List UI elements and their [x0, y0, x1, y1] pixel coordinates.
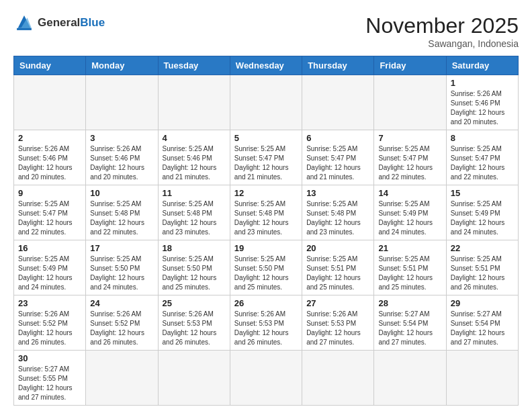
- day-number: 28: [378, 298, 441, 308]
- calendar-cell: 19Sunrise: 5:25 AM Sunset: 5:50 PM Dayli…: [230, 240, 302, 295]
- day-info: Sunrise: 5:26 AM Sunset: 5:53 PM Dayligh…: [163, 310, 226, 347]
- day-number: 12: [234, 188, 298, 198]
- calendar-cell: 10Sunrise: 5:25 AM Sunset: 5:48 PM Dayli…: [86, 185, 158, 240]
- day-number: 24: [90, 298, 153, 308]
- calendar-cell: 14Sunrise: 5:25 AM Sunset: 5:49 PM Dayli…: [374, 185, 446, 240]
- calendar-week-1: 1Sunrise: 5:26 AM Sunset: 5:46 PM Daylig…: [14, 75, 519, 130]
- day-number: 29: [451, 298, 514, 308]
- calendar-cell: 15Sunrise: 5:25 AM Sunset: 5:49 PM Dayli…: [446, 185, 518, 240]
- day-info: Sunrise: 5:25 AM Sunset: 5:47 PM Dayligh…: [378, 144, 441, 182]
- calendar-cell: [158, 75, 230, 130]
- day-info: Sunrise: 5:27 AM Sunset: 5:54 PM Dayligh…: [378, 310, 441, 347]
- day-info: Sunrise: 5:25 AM Sunset: 5:48 PM Dayligh…: [90, 199, 153, 237]
- calendar-week-5: 23Sunrise: 5:26 AM Sunset: 5:52 PM Dayli…: [14, 295, 519, 351]
- day-info: Sunrise: 5:25 AM Sunset: 5:49 PM Dayligh…: [451, 199, 514, 237]
- day-info: Sunrise: 5:25 AM Sunset: 5:50 PM Dayligh…: [234, 255, 298, 292]
- logo: GeneralBlue: [13, 13, 105, 32]
- calendar-week-2: 2Sunrise: 5:26 AM Sunset: 5:46 PM Daylig…: [14, 130, 519, 185]
- weekday-header-monday: Monday: [86, 56, 158, 75]
- calendar-week-6: 30Sunrise: 5:27 AM Sunset: 5:55 PM Dayli…: [14, 351, 519, 406]
- day-number: 2: [18, 133, 81, 143]
- calendar-cell: 22Sunrise: 5:25 AM Sunset: 5:51 PM Dayli…: [446, 240, 518, 295]
- day-number: 19: [234, 243, 298, 253]
- day-info: Sunrise: 5:26 AM Sunset: 5:53 PM Dayligh…: [234, 310, 298, 347]
- calendar-cell: [230, 351, 302, 406]
- weekday-header-tuesday: Tuesday: [158, 56, 230, 75]
- day-info: Sunrise: 5:25 AM Sunset: 5:51 PM Dayligh…: [306, 255, 369, 292]
- day-number: 17: [90, 243, 153, 253]
- day-number: 6: [306, 133, 369, 143]
- day-number: 13: [306, 188, 369, 198]
- day-info: Sunrise: 5:25 AM Sunset: 5:48 PM Dayligh…: [306, 199, 369, 237]
- calendar-cell: 29Sunrise: 5:27 AM Sunset: 5:54 PM Dayli…: [446, 295, 518, 351]
- day-info: Sunrise: 5:25 AM Sunset: 5:50 PM Dayligh…: [163, 255, 226, 292]
- day-number: 14: [378, 188, 441, 198]
- day-info: Sunrise: 5:25 AM Sunset: 5:47 PM Dayligh…: [18, 199, 81, 237]
- logo-icon: [13, 13, 35, 32]
- calendar-cell: 3Sunrise: 5:26 AM Sunset: 5:46 PM Daylig…: [86, 130, 158, 185]
- calendar-cell: [158, 351, 230, 406]
- day-info: Sunrise: 5:25 AM Sunset: 5:49 PM Dayligh…: [18, 255, 81, 292]
- weekday-header-thursday: Thursday: [302, 56, 374, 75]
- day-number: 7: [378, 133, 441, 143]
- calendar-cell: 6Sunrise: 5:25 AM Sunset: 5:47 PM Daylig…: [302, 130, 374, 185]
- calendar-cell: 26Sunrise: 5:26 AM Sunset: 5:53 PM Dayli…: [230, 295, 302, 351]
- day-info: Sunrise: 5:25 AM Sunset: 5:48 PM Dayligh…: [163, 199, 226, 237]
- location: Sawangan, Indonesia: [365, 38, 519, 49]
- calendar-cell: 30Sunrise: 5:27 AM Sunset: 5:55 PM Dayli…: [14, 351, 86, 406]
- calendar-cell: 20Sunrise: 5:25 AM Sunset: 5:51 PM Dayli…: [302, 240, 374, 295]
- day-number: 22: [451, 243, 514, 253]
- day-number: 11: [163, 188, 226, 198]
- calendar-cell: 13Sunrise: 5:25 AM Sunset: 5:48 PM Dayli…: [302, 185, 374, 240]
- calendar-cell: [14, 75, 86, 130]
- day-number: 23: [18, 298, 81, 308]
- day-number: 15: [451, 188, 514, 198]
- calendar-cell: [86, 75, 158, 130]
- day-info: Sunrise: 5:27 AM Sunset: 5:55 PM Dayligh…: [18, 365, 81, 402]
- calendar-cell: 28Sunrise: 5:27 AM Sunset: 5:54 PM Dayli…: [374, 295, 446, 351]
- calendar-week-3: 9Sunrise: 5:25 AM Sunset: 5:47 PM Daylig…: [14, 185, 519, 240]
- title-block: November 2025 Sawangan, Indonesia: [365, 13, 519, 49]
- calendar-table: SundayMondayTuesdayWednesdayThursdayFrid…: [13, 56, 519, 406]
- logo-text: GeneralBlue: [38, 16, 105, 30]
- day-info: Sunrise: 5:25 AM Sunset: 5:51 PM Dayligh…: [451, 255, 514, 292]
- calendar-cell: 24Sunrise: 5:26 AM Sunset: 5:52 PM Dayli…: [86, 295, 158, 351]
- day-number: 4: [163, 133, 226, 143]
- day-number: 21: [378, 243, 441, 253]
- calendar-cell: 12Sunrise: 5:25 AM Sunset: 5:48 PM Dayli…: [230, 185, 302, 240]
- day-info: Sunrise: 5:25 AM Sunset: 5:47 PM Dayligh…: [451, 144, 514, 182]
- page-header: GeneralBlue November 2025 Sawangan, Indo…: [13, 13, 519, 49]
- calendar-header: SundayMondayTuesdayWednesdayThursdayFrid…: [14, 56, 519, 75]
- day-info: Sunrise: 5:26 AM Sunset: 5:53 PM Dayligh…: [306, 310, 369, 347]
- calendar-cell: 1Sunrise: 5:26 AM Sunset: 5:46 PM Daylig…: [446, 75, 518, 130]
- day-info: Sunrise: 5:26 AM Sunset: 5:46 PM Dayligh…: [451, 89, 514, 127]
- calendar-cell: [374, 351, 446, 406]
- day-info: Sunrise: 5:25 AM Sunset: 5:49 PM Dayligh…: [378, 199, 441, 237]
- day-info: Sunrise: 5:25 AM Sunset: 5:46 PM Dayligh…: [163, 144, 226, 182]
- day-info: Sunrise: 5:25 AM Sunset: 5:47 PM Dayligh…: [234, 144, 298, 182]
- weekday-header-wednesday: Wednesday: [230, 56, 302, 75]
- day-number: 16: [18, 243, 81, 253]
- day-number: 18: [163, 243, 226, 253]
- calendar-cell: 17Sunrise: 5:25 AM Sunset: 5:50 PM Dayli…: [86, 240, 158, 295]
- day-info: Sunrise: 5:25 AM Sunset: 5:47 PM Dayligh…: [306, 144, 369, 182]
- day-info: Sunrise: 5:25 AM Sunset: 5:48 PM Dayligh…: [234, 199, 298, 237]
- calendar-cell: 11Sunrise: 5:25 AM Sunset: 5:48 PM Dayli…: [158, 185, 230, 240]
- calendar-cell: 2Sunrise: 5:26 AM Sunset: 5:46 PM Daylig…: [14, 130, 86, 185]
- day-info: Sunrise: 5:26 AM Sunset: 5:46 PM Dayligh…: [18, 144, 81, 182]
- day-info: Sunrise: 5:26 AM Sunset: 5:46 PM Dayligh…: [90, 144, 153, 182]
- calendar-cell: [86, 351, 158, 406]
- day-number: 10: [90, 188, 153, 198]
- weekday-header-row: SundayMondayTuesdayWednesdayThursdayFrid…: [14, 56, 519, 75]
- calendar-cell: 25Sunrise: 5:26 AM Sunset: 5:53 PM Dayli…: [158, 295, 230, 351]
- calendar-cell: 7Sunrise: 5:25 AM Sunset: 5:47 PM Daylig…: [374, 130, 446, 185]
- day-info: Sunrise: 5:26 AM Sunset: 5:52 PM Dayligh…: [90, 310, 153, 347]
- calendar-cell: 27Sunrise: 5:26 AM Sunset: 5:53 PM Dayli…: [302, 295, 374, 351]
- calendar-cell: 16Sunrise: 5:25 AM Sunset: 5:49 PM Dayli…: [14, 240, 86, 295]
- calendar-cell: [230, 75, 302, 130]
- weekday-header-saturday: Saturday: [446, 56, 518, 75]
- day-number: 20: [306, 243, 369, 253]
- day-number: 8: [451, 133, 514, 143]
- calendar-body: 1Sunrise: 5:26 AM Sunset: 5:46 PM Daylig…: [14, 75, 519, 406]
- calendar-cell: 5Sunrise: 5:25 AM Sunset: 5:47 PM Daylig…: [230, 130, 302, 185]
